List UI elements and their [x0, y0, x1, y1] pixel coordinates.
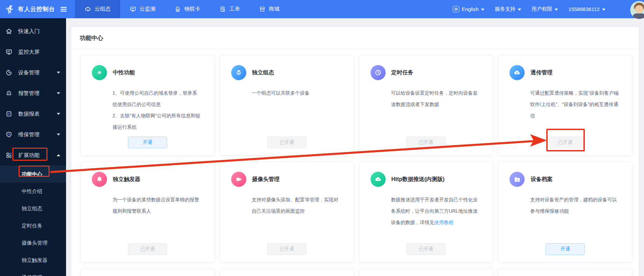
tab-label: 云组态 — [95, 6, 111, 13]
menu-service-support[interactable]: 服务支持 — [495, 6, 521, 12]
tab-label: 商城 — [269, 6, 280, 13]
menu-language[interactable]: English — [453, 6, 484, 12]
sidebar-subitem-function-center[interactable]: 功能中心 — [0, 166, 66, 183]
chevron-down-icon — [481, 9, 484, 11]
chevron-down-icon — [57, 134, 60, 136]
card-title: 设备档案 — [530, 176, 552, 183]
sidebar-item-extension-functions[interactable]: 扩展功能 — [0, 145, 66, 166]
bell-icon — [92, 172, 107, 187]
tab-mall[interactable]: 商城 — [249, 0, 289, 18]
sidebar: 快速入门监控大屏设备管理报警管理数据报表维保管理扩展功能功能中心中性介绍独立组态… — [0, 18, 66, 276]
sidebar-item-label: 维保管理 — [18, 131, 40, 138]
sidebar-item-label: 监控大屏 — [18, 49, 40, 56]
brand: 有人云控制台 — [0, 0, 75, 18]
sidebar-item-device-management[interactable]: 设备管理 — [0, 62, 66, 83]
sidebar-subitem-label: 透传管理 — [22, 274, 42, 276]
camera-icon — [231, 172, 246, 187]
tab-label: 物联卡 — [184, 6, 201, 13]
neutral-function-button[interactable]: 开通 — [128, 137, 167, 148]
chevron-up-icon — [57, 154, 60, 156]
card-title: 透传管理 — [530, 69, 552, 76]
sidebar-subitem-neutral-intro[interactable]: 中性介绍 — [0, 183, 66, 200]
sidebar-subitem-label: 独立触发器 — [22, 257, 47, 264]
folder-icon — [509, 172, 525, 187]
passthrough-management-button[interactable]: 已开通 — [546, 137, 585, 148]
app-title: 有人云控制台 — [18, 5, 55, 13]
sidebar-subitem-label: 中性介绍 — [22, 188, 42, 195]
sidebar-item-data-report[interactable]: 数据报表 — [0, 104, 66, 124]
card-description: 可通过配置透传策略，实现“设备到客户端软件/上位机”、“设备到设备”的相互透传通… — [530, 87, 620, 121]
camera-management-button[interactable]: 已开通 — [267, 243, 307, 255]
top-right-menus: English服务支持用户权限15588836112 — [453, 0, 644, 18]
feature-card-partial — [498, 268, 632, 276]
sidebar-subitem-label: 定时任务 — [22, 223, 42, 229]
report-icon — [5, 110, 13, 118]
sidebar-subitem-camera-management[interactable]: 摄像头管理 — [0, 234, 66, 252]
feature-card-independent-scada: 独立组态一个组态可以关联多个设备已开通 — [220, 55, 354, 156]
panel-header: 功能中心 — [71, 27, 639, 49]
feature-card-device-archive: 设备档案支持对设备资产的管理，建档的设备可以参与维保报修功能开通 — [498, 162, 632, 262]
feature-card-camera-management: 摄像头管理支持对摄像头添加、配置等管理，实现对自己关注场景的画面监控已开通 — [220, 162, 354, 262]
tab-label: 工单 — [229, 6, 240, 13]
tab-cloud-monitor[interactable]: 云监测 — [120, 0, 165, 18]
http-data-push-button[interactable]: 已开通 — [406, 243, 446, 255]
menu-label: 服务支持 — [495, 6, 515, 12]
card-header: 摄像头管理 — [231, 172, 354, 187]
sidebar-item-quick-start[interactable]: 快速入门 — [0, 21, 66, 42]
sidebar-subitem-independent-trigger[interactable]: 独立触发器 — [0, 252, 66, 269]
shield-icon — [5, 131, 13, 138]
independent-trigger-button[interactable]: 已开通 — [128, 243, 167, 255]
independent-scada-button[interactable]: 已开通 — [267, 137, 307, 148]
sidebar-item-maintenance-management[interactable]: 维保管理 — [0, 124, 66, 145]
menu-account[interactable]: 15588836112 — [568, 6, 605, 12]
scheduled-task-button[interactable]: 已开通 — [406, 137, 446, 148]
feature-card-partial — [359, 268, 493, 276]
card-header: 独立组态 — [231, 65, 354, 80]
card-header: 独立触发器 — [92, 172, 214, 187]
card-title: 独立触发器 — [113, 176, 140, 183]
cloud-send-icon — [371, 172, 386, 187]
sidebar-subitem-label: 独立组态 — [22, 205, 42, 212]
feature-card-neutral-function: 中性功能1、可使用公司自己的域名登录，登录系统使用自己的公司信息 2、去除“有人… — [80, 55, 215, 156]
feature-card-independent-trigger: 独立触发器为一个设备的某些数据点设置单独的报警规则和报警联系人已开通 — [80, 162, 215, 262]
card-description: 一个组态可以关联多个设备 — [252, 87, 341, 99]
tab-iot-sim-card[interactable]: 物联卡 — [165, 0, 210, 18]
chevron-down-icon — [518, 9, 521, 11]
chevron-down-icon — [57, 92, 60, 94]
chevron-down-icon — [57, 72, 60, 74]
clock-icon — [371, 65, 386, 80]
chevron-down-icon — [602, 9, 605, 11]
sidebar-subitem-label: 摄像头管理 — [22, 240, 47, 246]
sidebar-subitem-scheduled-task[interactable]: 定时任务 — [0, 217, 66, 234]
card-title: Http数据推送(内测版) — [391, 176, 445, 183]
device-archive-button[interactable]: 开通 — [546, 243, 585, 255]
tutorial-link[interactable]: 使用教程 — [434, 220, 454, 225]
home-icon — [5, 28, 13, 35]
card-description: 支持对设备资产的管理，建档的设备可以参与维保报修功能 — [530, 194, 620, 217]
page-title: 功能中心 — [80, 34, 103, 42]
menu-user-permission[interactable]: 用户权限 — [532, 6, 558, 12]
card-header: 定时任务 — [371, 65, 493, 80]
card-header: 设备档案 — [509, 172, 632, 187]
card-title: 中性功能 — [113, 69, 135, 76]
sidebar-subitem-passthrough-management[interactable]: 透传管理 — [0, 269, 66, 276]
card-header: 中性功能 — [92, 65, 214, 80]
chevron-down-icon — [555, 9, 558, 11]
tab-cloud-scada[interactable]: 云组态 — [75, 0, 120, 18]
sidebar-item-monitor-screen[interactable]: 监控大屏 — [0, 42, 66, 62]
card-header: 透传管理 — [509, 65, 632, 80]
card-description: 数据推送适用于开发者开发自己个性化业务系统时，让平台向第三方URL地址推送设备的… — [391, 194, 481, 228]
tab-work-order[interactable]: 工单 — [210, 0, 249, 18]
sidebar-subitem-label: 功能中心 — [22, 171, 42, 178]
card-description: 支持对摄像头添加、配置等管理，实现对自己关注场景的画面监控 — [252, 194, 341, 217]
feature-card-partial — [220, 268, 354, 276]
sidebar-subitem-independent-scada[interactable]: 独立组态 — [0, 200, 66, 217]
sidebar-item-alarm-management[interactable]: 报警管理 — [0, 83, 66, 104]
hamburger-menu-icon[interactable] — [60, 5, 68, 13]
feature-card-passthrough-management: 透传管理可通过配置透传策略，实现“设备到客户端软件/上位机”、“设备到设备”的相… — [498, 55, 632, 156]
main-panel: 功能中心 中性功能1、可使用公司自己的域名登录，登录系统使用自己的公司信息 2、… — [71, 27, 639, 276]
sim-card-icon — [174, 6, 181, 13]
store-icon — [259, 6, 266, 13]
card-title: 独立组态 — [252, 69, 274, 76]
apps-icon — [5, 151, 13, 159]
